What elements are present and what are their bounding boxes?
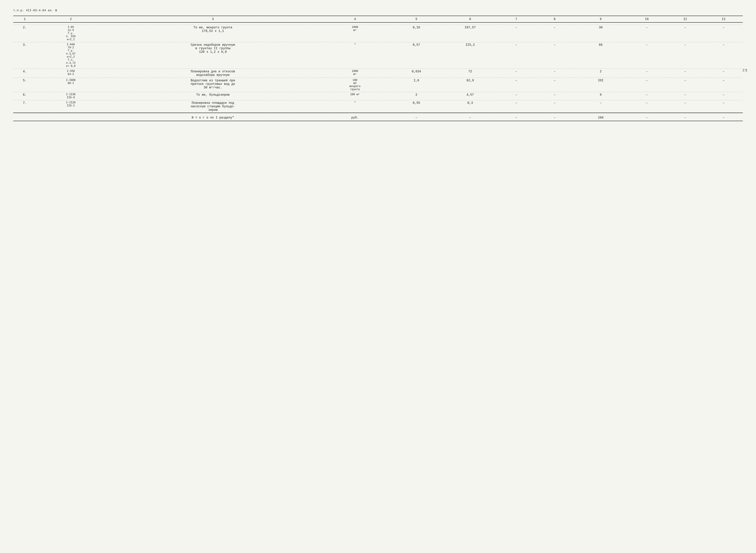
table-cell: I87,57: [443, 25, 497, 42]
column-headers: 1 2 3 4 5 6 7 8 9 I0 II I2: [13, 16, 743, 22]
itogo-cell: –: [704, 113, 743, 121]
table-cell: 1000м²: [320, 69, 389, 78]
table-cell: 2.: [13, 25, 36, 42]
table-cell: –: [666, 69, 704, 78]
table-cell: То же, мокрого грунта170,52 х 1,1: [105, 25, 320, 42]
itogo-cell: И т о г о по I разделу": [105, 113, 320, 121]
table-cell: –: [535, 100, 574, 113]
col-header-3: 3: [105, 16, 320, 22]
side-label: То29: [742, 69, 748, 72]
itogo-cell: 268: [574, 113, 627, 121]
table-cell: –: [535, 69, 574, 78]
table-cell: ″: [320, 100, 389, 113]
itogo-cell: –: [443, 113, 497, 121]
col-header-8: 8: [535, 16, 574, 22]
table-cell: –: [666, 100, 704, 113]
table-cell: –: [627, 78, 666, 92]
table-cell: Срезка недоборов вручнуюв грунтах II гру…: [105, 42, 320, 69]
table-cell: –: [535, 92, 574, 100]
table-cell: 9: [574, 92, 627, 100]
table-cell: I-6512-5Т.у.п. 3I9к=I,I: [36, 25, 105, 42]
table-cell: II5,2: [443, 42, 497, 69]
table-cell: –: [497, 100, 536, 113]
table-cell: –: [535, 25, 574, 42]
col-header-10: I0: [627, 16, 666, 22]
table-row: 2.I-6512-5Т.у.п. 3I9к=I,IТо же, мокрого …: [13, 25, 743, 42]
table-cell: 30: [574, 25, 627, 42]
table-cell: –: [627, 100, 666, 113]
table-row: 5.I-I00888-IВодоотлив из траншей приприт…: [13, 78, 743, 92]
table-cell: 66: [574, 42, 627, 69]
table-cell: 72: [443, 69, 497, 78]
table-cell: –: [627, 69, 666, 78]
table-cell: 3.: [13, 42, 36, 69]
table-cell: –: [497, 69, 536, 78]
table-cell: 2: [389, 92, 443, 100]
table-cell: –: [666, 92, 704, 100]
table-cell: IOI: [574, 78, 627, 92]
table-cell: –: [666, 42, 704, 69]
table-cell: 1000м³: [320, 25, 389, 42]
table-cell: ″: [320, 42, 389, 69]
header-text: т.п.р. 4II-03-4.84 ал. Ш: [13, 9, 743, 12]
table-cell: –: [666, 78, 704, 92]
itogo-cell: [13, 113, 36, 121]
itogo-cell: –: [535, 113, 574, 121]
table-row: 3.I-94879-2Т.у.п.3,67к=I,2Т.ч.п.3,72к= 0…: [13, 42, 743, 69]
col-header-12: I2: [704, 16, 743, 22]
table-cell: –: [497, 25, 536, 42]
table-cell: 4,57: [443, 92, 497, 100]
table-cell: –: [704, 92, 743, 100]
col-header-4: 4: [320, 16, 389, 22]
table-cell: –: [497, 42, 536, 69]
header-title: т.п.р. 4II-03-4.84 ал. Ш: [13, 9, 57, 12]
table-cell: I,6: [389, 78, 443, 92]
table-cell: –: [627, 25, 666, 42]
table-cell: –То29: [704, 69, 743, 78]
table-cell: –: [497, 78, 536, 92]
col-header-6: 6: [443, 16, 497, 22]
table-row: 7.I-II28II6-IПланировка площадки поднасо…: [13, 100, 743, 113]
main-table: 1 2 3 4 5 6 7 8 9 I0 II I2 2.I-6512-5Т.у…: [13, 16, 743, 121]
table-cell: 0,3: [443, 100, 497, 113]
itogo-cell: –: [497, 113, 536, 121]
table-cell: 100м2мокрогогрунта: [320, 78, 389, 92]
table-cell: –: [574, 100, 627, 113]
col-header-9: 9: [574, 16, 627, 22]
table-cell: I-I00888-I: [36, 78, 105, 92]
table-cell: Планировка дна и откосовводозабора вручн…: [105, 69, 320, 78]
col-header-1: 1: [13, 16, 36, 22]
col-header-7: 7: [497, 16, 536, 22]
table-cell: –: [535, 42, 574, 69]
itogo-cell: –: [389, 113, 443, 121]
table-cell: –: [704, 42, 743, 69]
table-cell: 0,034: [389, 69, 443, 78]
itogo-cell: [36, 113, 105, 121]
table-cell: –: [704, 100, 743, 113]
table-cell: I-94879-2Т.у.п.3,67к=I,2Т.ч.п.3,72к= 0,8: [36, 42, 105, 69]
table-cell: –: [535, 78, 574, 92]
itogo-row: И т о г о по I разделу"руб.––––268–––: [13, 113, 743, 121]
table-cell: 0,57: [389, 42, 443, 69]
table-cell: 0,55: [389, 100, 443, 113]
table-cell: 0,I6: [389, 25, 443, 42]
table-row: 6.I-II36II6-9То же, бульдозером100 м²24,…: [13, 92, 743, 100]
itogo-cell: –: [627, 113, 666, 121]
table-cell: I-II28II6-I: [36, 100, 105, 113]
table-cell: 6.: [13, 92, 36, 100]
table-cell: То же, бульдозером: [105, 92, 320, 100]
table-cell: 100 м²: [320, 92, 389, 100]
col-header-2: 2: [36, 16, 105, 22]
table-cell: Водоотлив из траншей припритоке грунтовы…: [105, 78, 320, 92]
table-cell: I-II36II6-9: [36, 92, 105, 100]
table-cell: 5.: [13, 78, 36, 92]
table-cell: –: [666, 25, 704, 42]
table-row: 4.I-55864-2Планировка дна и откосовводоз…: [13, 69, 743, 78]
table-cell: –: [627, 42, 666, 69]
table-cell: 2: [574, 69, 627, 78]
col-header-5: 5: [389, 16, 443, 22]
table-cell: Планировка площадки поднасосную станцию …: [105, 100, 320, 113]
table-cell: 62,9: [443, 78, 497, 92]
col-header-11: II: [666, 16, 704, 22]
table-cell: 4.: [13, 69, 36, 78]
